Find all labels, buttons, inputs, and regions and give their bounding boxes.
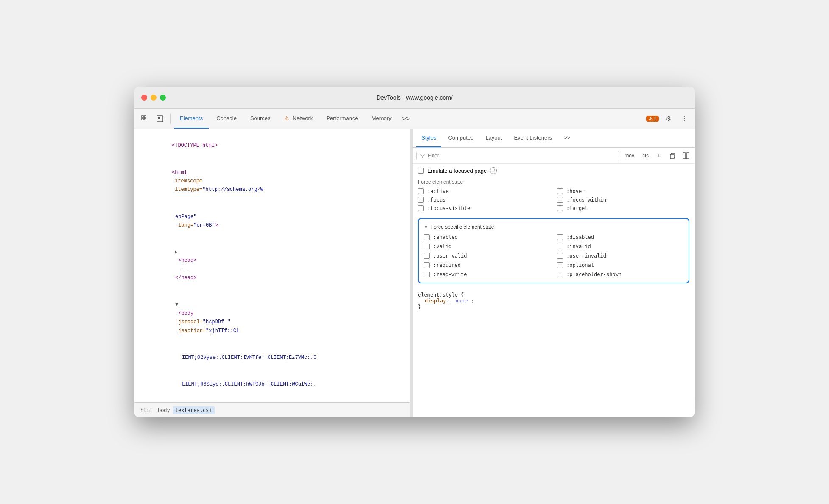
state-enabled-checkbox[interactable]: [424, 234, 430, 240]
state-focus-within: :focus-within: [557, 197, 689, 203]
toolbar-separator: [170, 114, 171, 124]
state-disabled-checkbox[interactable]: [557, 234, 563, 240]
more-options-button[interactable]: ⋮: [678, 112, 691, 126]
maximize-button[interactable]: [160, 95, 166, 101]
tab-styles[interactable]: Styles: [416, 129, 441, 147]
svg-rect-0: [142, 116, 143, 118]
minimize-button[interactable]: [151, 95, 157, 101]
svg-rect-3: [144, 118, 146, 120]
tab-memory[interactable]: Memory: [366, 109, 398, 129]
styles-tabs: Styles Computed Layout Event Listeners >…: [413, 129, 695, 148]
tab-computed[interactable]: Computed: [443, 129, 479, 147]
svg-rect-2: [142, 118, 143, 120]
state-optional-checkbox[interactable]: [557, 262, 563, 268]
breadcrumb-html[interactable]: html: [138, 406, 155, 414]
state-placeholder-shown: :placeholder-shown: [557, 272, 683, 277]
state-target-checkbox[interactable]: [557, 205, 563, 211]
css-close-brace: }: [418, 304, 689, 310]
state-required: :required: [424, 262, 550, 268]
copy-styles-button[interactable]: [667, 151, 678, 161]
force-state-grid: :active :hover :focus :focus-within: [418, 188, 689, 211]
dom-line-doctype: <!DOCTYPE html>: [134, 132, 410, 159]
styles-panel: Styles Computed Layout Event Listeners >…: [413, 129, 695, 417]
dom-line-body2[interactable]: IENT;O2vyse:.CLIENT;IVKTfe:.CLIENT;Ez7VM…: [134, 344, 410, 371]
more-tabs-button[interactable]: >>: [399, 112, 413, 126]
tab-elements[interactable]: Elements: [174, 109, 209, 129]
layout-icon: [683, 152, 689, 159]
emulate-focused-page-checkbox[interactable]: [418, 168, 424, 174]
breadcrumb-body[interactable]: body: [155, 406, 173, 414]
inspect-icon-button[interactable]: [153, 112, 167, 126]
dom-line-head[interactable]: ▶ <head> ··· </head>: [134, 239, 410, 291]
state-user-invalid-checkbox[interactable]: [557, 253, 563, 259]
breadcrumb-textarea[interactable]: textarea.csi: [173, 406, 215, 414]
state-hover: :hover: [557, 188, 689, 194]
state-hover-checkbox[interactable]: [557, 188, 563, 194]
dom-line-body3[interactable]: LIENT;R6Slyc:.CLIENT;hWT9Jb:.CLIENT;WCul…: [134, 371, 410, 398]
devtools-window: DevTools - www.google.com/ Elements Cons…: [134, 87, 695, 417]
state-focus-visible-checkbox[interactable]: [418, 205, 424, 211]
svg-rect-1: [144, 116, 146, 118]
tab-styles-more[interactable]: >>: [559, 129, 575, 147]
state-required-checkbox[interactable]: [424, 262, 430, 268]
styles-content: Emulate a focused page ? Force element s…: [413, 164, 695, 417]
state-placeholder-shown-checkbox[interactable]: [557, 272, 563, 277]
state-valid: :valid: [424, 244, 550, 249]
cls-button[interactable]: .cls: [639, 152, 650, 160]
dom-tree[interactable]: <!DOCTYPE html> <html itemscope itemtype…: [134, 129, 410, 402]
state-active: :active: [418, 188, 550, 194]
tab-console[interactable]: Console: [210, 109, 243, 129]
tab-sources[interactable]: Sources: [244, 109, 277, 129]
svg-rect-5: [158, 117, 160, 119]
filter-icon: [420, 153, 425, 158]
close-button[interactable]: [141, 95, 147, 101]
tab-layout[interactable]: Layout: [480, 129, 507, 147]
state-focus-checkbox[interactable]: [418, 197, 424, 203]
svg-rect-8: [686, 153, 689, 159]
styles-filter-box: Filter: [416, 151, 619, 160]
state-enabled: :enabled: [424, 234, 550, 240]
css-selector-line: element.style {: [418, 292, 689, 298]
styles-filter-toolbar: Filter :hov .cls +: [413, 148, 695, 164]
tab-performance[interactable]: Performance: [320, 109, 364, 129]
warning-icon-small: ⚠: [649, 116, 653, 121]
state-user-valid-checkbox[interactable]: [424, 253, 430, 259]
state-focus-visible: :focus-visible: [418, 205, 550, 211]
tab-network[interactable]: ⚠ Network: [278, 109, 319, 129]
svg-rect-7: [683, 153, 686, 159]
dom-line-html[interactable]: <html itemscope itemtype="http://schema.…: [134, 159, 410, 203]
state-valid-checkbox[interactable]: [424, 244, 430, 249]
tab-event-listeners[interactable]: Event Listeners: [509, 129, 557, 147]
window-title: DevTools - www.google.com/: [376, 94, 453, 101]
state-read-write: :read-write: [424, 272, 550, 277]
css-property-line[interactable]: display : none ;: [418, 298, 689, 304]
dom-line-body4[interactable]: CLIENT;VM8bg:.CLIENT;qqf0n:.CLIENT;A8708…: [134, 398, 410, 402]
force-element-state-title: Force element state: [418, 179, 689, 185]
add-style-rule-button[interactable]: +: [654, 151, 664, 161]
cursor-icon-button[interactable]: [138, 112, 151, 126]
state-focus-within-checkbox[interactable]: [557, 197, 563, 203]
breadcrumb-bar: html body textarea.csi: [134, 402, 410, 417]
dom-line-body[interactable]: ▼ <body jsmodel="hspDDf " jsaction="xjhT…: [134, 291, 410, 344]
state-active-checkbox[interactable]: [418, 188, 424, 194]
state-target: :target: [557, 205, 689, 211]
state-read-write-checkbox[interactable]: [424, 272, 430, 277]
help-icon[interactable]: ?: [490, 167, 497, 174]
settings-button[interactable]: ⚙: [661, 112, 675, 126]
traffic-lights: [141, 95, 166, 101]
state-user-invalid: :user-invalid: [557, 253, 683, 259]
svg-rect-6: [670, 154, 674, 159]
state-optional: :optional: [557, 262, 683, 268]
state-invalid-checkbox[interactable]: [557, 244, 563, 249]
filter-placeholder[interactable]: Filter: [428, 153, 439, 159]
toolbar-right: ⚠ 1 ⚙ ⋮: [646, 112, 691, 126]
emulate-focused-page-label: Emulate a focused page: [427, 168, 487, 174]
layout-toggle-button[interactable]: [681, 151, 691, 161]
hov-button[interactable]: :hov: [623, 152, 636, 160]
state-disabled: :disabled: [557, 234, 683, 240]
force-specific-element-state-box: ▼ Force specific element state :enabled …: [418, 218, 689, 283]
dom-line-html2[interactable]: ebPage" lang="en-GB">: [134, 203, 410, 239]
state-focus: :focus: [418, 197, 550, 203]
specific-state-grid: :enabled :disabled :valid :invalid: [424, 234, 683, 277]
state-invalid: :invalid: [557, 244, 683, 249]
